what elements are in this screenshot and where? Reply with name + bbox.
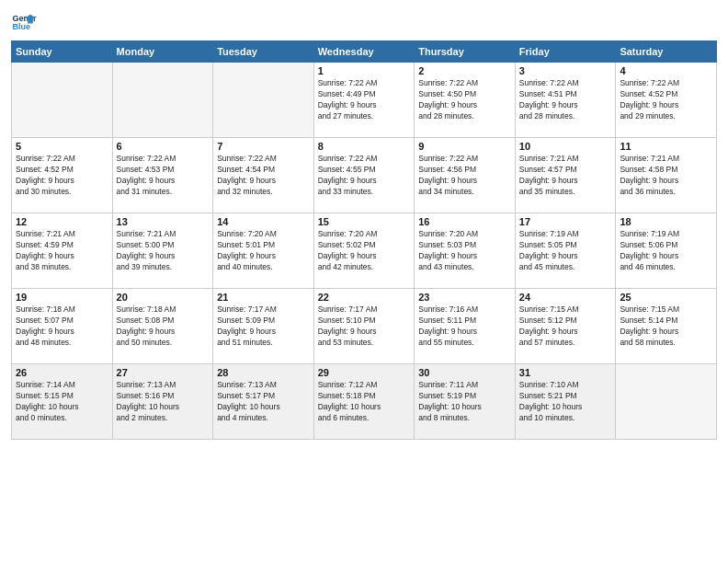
calendar-cell: 11Sunrise: 7:21 AM Sunset: 4:58 PM Dayli…	[616, 138, 717, 213]
day-info: Sunrise: 7:22 AM Sunset: 4:55 PM Dayligh…	[318, 154, 411, 198]
logo-icon: General Blue	[11, 9, 37, 35]
week-row-5: 26Sunrise: 7:14 AM Sunset: 5:15 PM Dayli…	[12, 364, 717, 440]
weekday-header-friday: Friday	[515, 41, 616, 63]
calendar-cell: 23Sunrise: 7:16 AM Sunset: 5:11 PM Dayli…	[415, 289, 516, 364]
calendar-cell: 26Sunrise: 7:14 AM Sunset: 5:15 PM Dayli…	[12, 364, 113, 440]
day-number: 27	[117, 367, 210, 378]
calendar-cell: 17Sunrise: 7:19 AM Sunset: 5:05 PM Dayli…	[515, 213, 616, 289]
calendar-table: SundayMondayTuesdayWednesdayThursdayFrid…	[11, 40, 717, 440]
calendar-cell: 3Sunrise: 7:22 AM Sunset: 4:51 PM Daylig…	[515, 63, 616, 138]
calendar-cell: 16Sunrise: 7:20 AM Sunset: 5:03 PM Dayli…	[415, 213, 516, 289]
calendar-cell: 5Sunrise: 7:22 AM Sunset: 4:52 PM Daylig…	[12, 138, 113, 213]
day-info: Sunrise: 7:15 AM Sunset: 5:12 PM Dayligh…	[519, 304, 612, 349]
day-number: 20	[117, 292, 210, 303]
calendar-cell: 29Sunrise: 7:12 AM Sunset: 5:18 PM Dayli…	[313, 364, 415, 440]
day-info: Sunrise: 7:22 AM Sunset: 4:51 PM Dayligh…	[519, 78, 612, 122]
day-number: 10	[519, 141, 612, 152]
calendar-cell: 14Sunrise: 7:20 AM Sunset: 5:01 PM Dayli…	[213, 213, 314, 289]
weekday-header-row: SundayMondayTuesdayWednesdayThursdayFrid…	[12, 41, 717, 63]
day-info: Sunrise: 7:15 AM Sunset: 5:14 PM Dayligh…	[620, 304, 712, 349]
day-number: 16	[418, 216, 511, 227]
week-row-4: 19Sunrise: 7:18 AM Sunset: 5:07 PM Dayli…	[12, 289, 717, 364]
calendar-cell: 24Sunrise: 7:15 AM Sunset: 5:12 PM Dayli…	[515, 289, 616, 364]
calendar-cell: 8Sunrise: 7:22 AM Sunset: 4:55 PM Daylig…	[313, 138, 415, 213]
day-number: 17	[519, 216, 612, 227]
day-info: Sunrise: 7:22 AM Sunset: 4:52 PM Dayligh…	[16, 154, 108, 198]
calendar-cell	[616, 364, 717, 440]
day-number: 29	[318, 367, 411, 378]
calendar-cell: 2Sunrise: 7:22 AM Sunset: 4:50 PM Daylig…	[415, 63, 516, 138]
calendar-cell: 10Sunrise: 7:21 AM Sunset: 4:57 PM Dayli…	[515, 138, 616, 213]
calendar-cell: 12Sunrise: 7:21 AM Sunset: 4:59 PM Dayli…	[12, 213, 113, 289]
day-info: Sunrise: 7:12 AM Sunset: 5:18 PM Dayligh…	[318, 380, 411, 424]
weekday-header-wednesday: Wednesday	[313, 41, 415, 63]
day-info: Sunrise: 7:10 AM Sunset: 5:21 PM Dayligh…	[519, 380, 612, 424]
day-number: 7	[217, 141, 310, 152]
day-number: 31	[519, 367, 612, 378]
day-number: 2	[418, 65, 511, 76]
day-info: Sunrise: 7:19 AM Sunset: 5:05 PM Dayligh…	[519, 229, 612, 273]
calendar-cell: 20Sunrise: 7:18 AM Sunset: 5:08 PM Dayli…	[112, 289, 213, 364]
day-number: 15	[318, 216, 411, 227]
day-info: Sunrise: 7:18 AM Sunset: 5:07 PM Dayligh…	[16, 304, 108, 349]
day-info: Sunrise: 7:22 AM Sunset: 4:53 PM Dayligh…	[117, 154, 210, 198]
day-info: Sunrise: 7:19 AM Sunset: 5:06 PM Dayligh…	[620, 229, 712, 273]
calendar-cell: 9Sunrise: 7:22 AM Sunset: 4:56 PM Daylig…	[415, 138, 516, 213]
header: General Blue	[11, 9, 717, 35]
logo: General Blue	[11, 9, 40, 35]
calendar-cell: 13Sunrise: 7:21 AM Sunset: 5:00 PM Dayli…	[112, 213, 213, 289]
day-number: 26	[16, 367, 108, 378]
day-number: 19	[16, 292, 108, 303]
day-number: 22	[318, 292, 411, 303]
day-number: 24	[519, 292, 612, 303]
weekday-header-tuesday: Tuesday	[213, 41, 314, 63]
day-number: 9	[418, 141, 511, 152]
day-number: 6	[117, 141, 210, 152]
page: General Blue SundayMondayTuesdayWednesda…	[0, 0, 728, 563]
calendar-cell: 1Sunrise: 7:22 AM Sunset: 4:49 PM Daylig…	[313, 63, 415, 138]
weekday-header-thursday: Thursday	[415, 41, 516, 63]
calendar-cell	[213, 63, 314, 138]
day-info: Sunrise: 7:21 AM Sunset: 4:57 PM Dayligh…	[519, 154, 612, 198]
calendar-cell: 30Sunrise: 7:11 AM Sunset: 5:19 PM Dayli…	[415, 364, 516, 440]
day-info: Sunrise: 7:20 AM Sunset: 5:03 PM Dayligh…	[418, 229, 511, 273]
day-info: Sunrise: 7:18 AM Sunset: 5:08 PM Dayligh…	[117, 304, 210, 349]
calendar-cell	[12, 63, 113, 138]
day-info: Sunrise: 7:22 AM Sunset: 4:49 PM Dayligh…	[318, 78, 411, 122]
day-number: 4	[620, 65, 712, 76]
day-info: Sunrise: 7:17 AM Sunset: 5:09 PM Dayligh…	[217, 304, 310, 349]
day-number: 25	[620, 292, 712, 303]
day-number: 13	[117, 216, 210, 227]
day-number: 30	[418, 367, 511, 378]
calendar-cell: 15Sunrise: 7:20 AM Sunset: 5:02 PM Dayli…	[313, 213, 415, 289]
day-info: Sunrise: 7:21 AM Sunset: 4:59 PM Dayligh…	[16, 229, 108, 273]
day-number: 28	[217, 367, 310, 378]
calendar-cell: 19Sunrise: 7:18 AM Sunset: 5:07 PM Dayli…	[12, 289, 113, 364]
day-number: 8	[318, 141, 411, 152]
calendar-cell: 21Sunrise: 7:17 AM Sunset: 5:09 PM Dayli…	[213, 289, 314, 364]
week-row-3: 12Sunrise: 7:21 AM Sunset: 4:59 PM Dayli…	[12, 213, 717, 289]
svg-text:Blue: Blue	[12, 22, 30, 31]
calendar-cell: 28Sunrise: 7:13 AM Sunset: 5:17 PM Dayli…	[213, 364, 314, 440]
day-info: Sunrise: 7:22 AM Sunset: 4:56 PM Dayligh…	[418, 154, 511, 198]
day-info: Sunrise: 7:22 AM Sunset: 4:54 PM Dayligh…	[217, 154, 310, 198]
day-info: Sunrise: 7:13 AM Sunset: 5:17 PM Dayligh…	[217, 380, 310, 424]
calendar-cell: 31Sunrise: 7:10 AM Sunset: 5:21 PM Dayli…	[515, 364, 616, 440]
day-number: 12	[16, 216, 108, 227]
day-number: 23	[418, 292, 511, 303]
weekday-header-sunday: Sunday	[12, 41, 113, 63]
weekday-header-saturday: Saturday	[616, 41, 717, 63]
calendar-cell: 25Sunrise: 7:15 AM Sunset: 5:14 PM Dayli…	[616, 289, 717, 364]
day-number: 18	[620, 216, 712, 227]
week-row-2: 5Sunrise: 7:22 AM Sunset: 4:52 PM Daylig…	[12, 138, 717, 213]
day-number: 14	[217, 216, 310, 227]
day-number: 1	[318, 65, 411, 76]
calendar-cell: 18Sunrise: 7:19 AM Sunset: 5:06 PM Dayli…	[616, 213, 717, 289]
day-info: Sunrise: 7:20 AM Sunset: 5:01 PM Dayligh…	[217, 229, 310, 273]
day-info: Sunrise: 7:13 AM Sunset: 5:16 PM Dayligh…	[117, 380, 210, 424]
calendar-cell	[112, 63, 213, 138]
week-row-1: 1Sunrise: 7:22 AM Sunset: 4:49 PM Daylig…	[12, 63, 717, 138]
day-info: Sunrise: 7:11 AM Sunset: 5:19 PM Dayligh…	[418, 380, 511, 424]
day-info: Sunrise: 7:14 AM Sunset: 5:15 PM Dayligh…	[16, 380, 108, 424]
day-info: Sunrise: 7:16 AM Sunset: 5:11 PM Dayligh…	[418, 304, 511, 349]
